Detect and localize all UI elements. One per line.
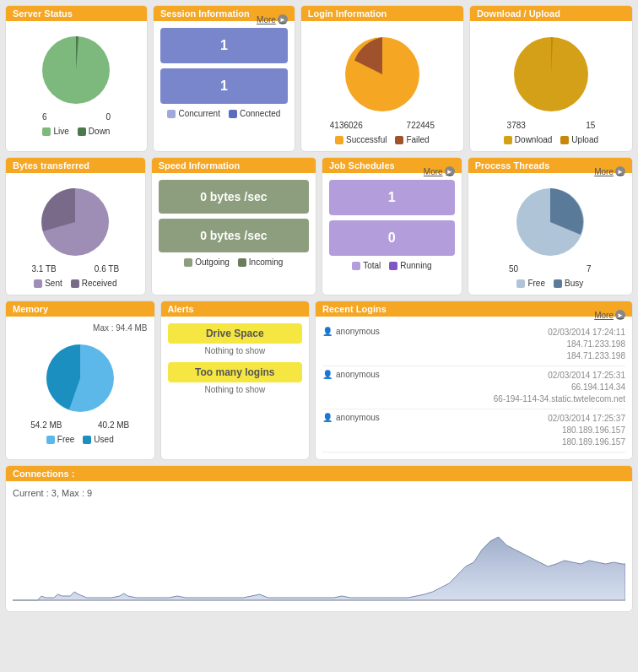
login-ip1: 180.189.196.157 [548, 425, 625, 436]
failed-legend: Failed [395, 135, 429, 144]
sent-count: 3.1 TB [32, 264, 57, 274]
free-dot [516, 279, 525, 288]
live-label: Live [53, 127, 68, 136]
received-count: 0.6 TB [95, 264, 119, 274]
upload-label: Upload [571, 135, 598, 144]
login-pie-chart [336, 28, 429, 121]
login-ip1: 66.194.114.34 [494, 382, 625, 393]
too-many-logins-btn: Too many logins [168, 362, 303, 382]
login-date: 02/03/2014 17:24:11 [548, 327, 625, 339]
concurrent-dot [167, 110, 176, 118]
server-status-header: Server Status [6, 6, 147, 21]
drive-space-text: Nothing to show [168, 346, 303, 355]
username: anonymous [336, 370, 380, 379]
free-memory-label: Free [57, 435, 75, 444]
user-icon: 👤 [322, 327, 333, 336]
used-memory-label: Used [94, 435, 113, 444]
jobs-more-link[interactable]: More ► [424, 166, 455, 176]
recent-logins-more-link[interactable]: More ► [594, 310, 625, 320]
used-memory-legend: Used [83, 435, 113, 444]
login-row: 👤 anonymous 02/03/2014 17:24:11 184.71.2… [322, 323, 625, 366]
connections-title: Connections : [13, 469, 74, 479]
recent-logins-title: Recent Logins [322, 304, 387, 314]
outgoing-legend: Outgoing [184, 257, 230, 267]
download-upload-card: Download / Upload 3783 15 Download [469, 5, 633, 152]
login-details: 02/03/2014 17:25:37 180.189.196.157 180.… [548, 413, 625, 448]
concurrent-label: Concurrent [178, 109, 219, 118]
threads-legend-values: 50 7 [475, 264, 625, 274]
speed-header: Speed Information [152, 158, 316, 173]
incoming-value: 0 bytes /sec [200, 229, 267, 242]
incoming-bar: 0 bytes /sec [159, 219, 309, 252]
received-legend: Received [71, 279, 117, 288]
threads-more-link[interactable]: More ► [594, 166, 625, 176]
speed-card: Speed Information 0 bytes /sec 0 bytes /… [151, 157, 316, 295]
login-details: 02/03/2014 17:24:11 184.71.233.198 184.7… [548, 327, 625, 362]
connections-svg-chart [13, 503, 625, 604]
too-many-logins-label: Too many logins [195, 366, 274, 378]
memory-pie-chart [38, 336, 122, 420]
username: anonymous [336, 413, 380, 422]
login-legend: Successful Failed [335, 135, 430, 144]
login-date: 02/03/2014 17:25:31 [494, 370, 625, 382]
running-job-value: 0 [388, 230, 396, 245]
incoming-label: Incoming [249, 257, 284, 267]
download-legend: Download Upload [504, 135, 598, 144]
free-memory-dot [46, 436, 55, 444]
down-label: Down [89, 127, 111, 136]
login-chart: 4136026 722445 Successful Failed [308, 28, 457, 144]
jobs-legend: Total Running [329, 261, 455, 270]
login-user: 👤 anonymous [322, 413, 380, 448]
bytes-legend: Sent Received [34, 279, 116, 288]
connections-info: Current : 3, Max : 9 [13, 488, 625, 498]
server-legend-values: 6 0 [13, 112, 140, 122]
session-more-link[interactable]: More ► [257, 14, 288, 24]
login-date: 02/03/2014 17:25:37 [548, 413, 625, 425]
bytes-legend-values: 3.1 TB 0.6 TB [13, 264, 138, 274]
down-dot [78, 127, 86, 136]
recent-logins-card: Recent Logins More ► 👤 anonymous 02/03/2… [315, 301, 633, 460]
download-dot [504, 136, 512, 144]
download-legend-values: 3783 15 [477, 121, 625, 130]
bytes-title: Bytes transferred [13, 160, 89, 171]
threads-pie-chart [508, 180, 592, 264]
total-dot [352, 262, 360, 270]
connected-bar: 1 [160, 68, 288, 104]
total-job-bar: 1 [329, 180, 455, 215]
concurrent-value: 1 [220, 38, 228, 52]
session-more-icon: ► [278, 14, 288, 24]
busy-count: 7 [587, 264, 592, 274]
running-legend: Running [389, 261, 431, 270]
server-pie-chart [34, 28, 118, 112]
server-status-chart: 6 0 Live Down [13, 28, 140, 136]
busy-legend: Busy [554, 279, 583, 288]
upload-count: 15 [586, 121, 595, 130]
free-memory-count: 54.2 MB [30, 420, 62, 430]
download-count: 3783 [507, 121, 526, 130]
login-legend-values: 4136026 722445 [308, 121, 457, 130]
server-status-card: Server Status 6 0 Live [5, 5, 148, 152]
login-ip1: 184.71.233.198 [548, 339, 625, 350]
download-legend-item: Download [504, 135, 552, 144]
upload-dot [560, 136, 569, 144]
connections-header: Connections : [6, 466, 632, 481]
session-title: Session Information [160, 8, 250, 19]
failed-label: Failed [406, 135, 429, 144]
bytes-pie-chart [33, 180, 117, 264]
concurrent-legend: Concurrent [167, 109, 219, 118]
download-header: Download / Upload [470, 6, 632, 21]
outgoing-label: Outgoing [195, 257, 230, 267]
jobs-card: Job Schedules More ► 1 0 Total [322, 157, 462, 295]
successful-count: 4136026 [330, 121, 363, 130]
speed-legend: Outgoing Incoming [159, 257, 309, 267]
login-info-card: Login Information 4136026 722445 Success… [300, 5, 464, 152]
connected-label: Connected [240, 109, 280, 118]
connected-dot [229, 110, 237, 118]
memory-legend: Free Used [46, 435, 114, 444]
login-ip2: 184.71.233.198 [548, 350, 625, 362]
successful-dot [335, 136, 343, 144]
threads-legend: Free Busy [516, 279, 583, 288]
download-title: Download / Upload [477, 8, 560, 19]
too-many-logins-text: Nothing to show [168, 385, 303, 394]
incoming-legend-item: Incoming [238, 257, 284, 267]
